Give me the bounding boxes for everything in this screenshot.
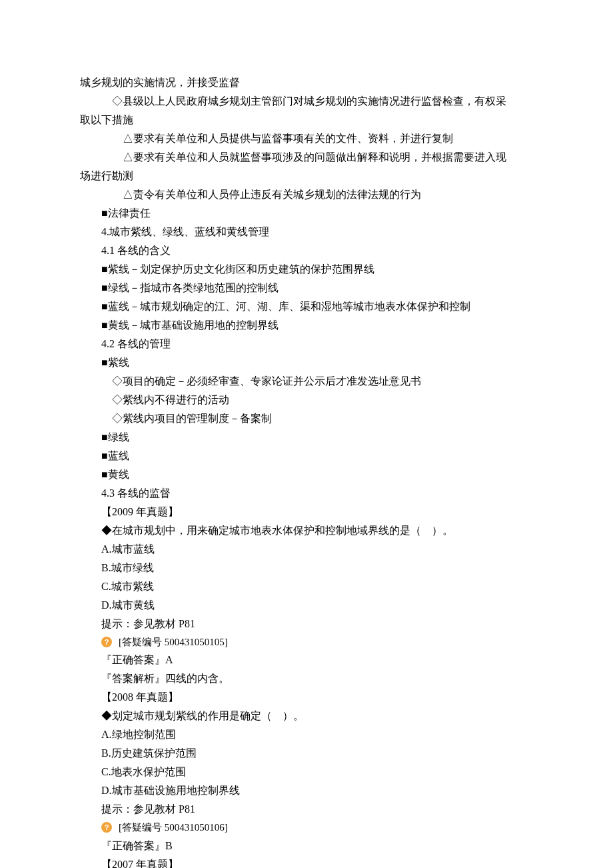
question-mark-icon: ? xyxy=(101,822,112,833)
text-line: ◆在城市规划中，用来确定城市地表水体保护和控制地域界线的是（ ）。 xyxy=(80,521,533,540)
text-line: B.历史建筑保护范围 xyxy=(80,744,533,763)
text-line: 『正确答案』A xyxy=(80,651,533,669)
text-line: △要求有关单位和人员就监督事项涉及的问题做出解释和说明，并根据需要进入现 xyxy=(80,148,533,167)
text-line: ■黄线 xyxy=(80,465,533,484)
document-body: 城乡规划的实施情况，并接受监督◇县级以上人民政府城乡规划主管部门对城乡规划的实施… xyxy=(80,73,533,868)
text-line: D.城市黄线 xyxy=(80,596,533,615)
text-line: ■绿线－指城市各类绿地范围的控制线 xyxy=(80,279,533,297)
answer-id-label: [答疑编号 500431050106] xyxy=(119,819,228,836)
text-line: ◆划定城市规划紫线的作用是确定（ ）。 xyxy=(80,707,533,725)
text-line: 取以下措施 xyxy=(80,111,533,129)
text-line: ■紫线 xyxy=(80,353,533,372)
text-line: △责令有关单位和人员停止违反有关城乡规划的法律法规的行为 xyxy=(80,185,533,204)
text-line: 『正确答案』B xyxy=(80,837,533,855)
text-line: 4.1 各线的含义 xyxy=(80,241,533,260)
text-line: ◇县级以上人民政府城乡规划主管部门对城乡规划的实施情况进行监督检查，有权采 xyxy=(80,92,533,111)
text-line: ■法律责任 xyxy=(80,204,533,223)
text-line: C.城市紫线 xyxy=(80,577,533,596)
text-line: 提示：参见教材 P81 xyxy=(80,615,533,633)
text-line: ■蓝线 xyxy=(80,447,533,465)
text-line: A.城市蓝线 xyxy=(80,540,533,559)
text-line: C.地表水保护范围 xyxy=(80,763,533,781)
text-line: 【2007 年真题】 xyxy=(80,855,533,869)
question-mark-icon: ? xyxy=(101,637,112,647)
text-line: ■蓝线－城市规划确定的江、河、湖、库、渠和湿地等城市地表水体保护和控制 xyxy=(80,297,533,316)
text-line: 提示：参见教材 P81 xyxy=(80,800,533,819)
text-line: D.城市基础设施用地控制界线 xyxy=(80,781,533,800)
text-line: ◇项目的确定－必须经审查、专家论证并公示后才准发选址意见书 xyxy=(80,372,533,391)
text-line: 【2009 年真题】 xyxy=(80,503,533,521)
text-line: 4.城市紫线、绿线、蓝线和黄线管理 xyxy=(80,223,533,241)
text-line: ◇紫线内不得进行的活动 xyxy=(80,391,533,409)
text-line: ■黄线－城市基础设施用地的控制界线 xyxy=(80,316,533,335)
text-line: 『答案解析』四线的内含。 xyxy=(80,669,533,688)
text-line: △要求有关单位和人员提供与监督事项有关的文件、资料，并进行复制 xyxy=(80,129,533,148)
text-line: ?[答疑编号 500431050106] xyxy=(80,819,533,836)
text-line: ?[答疑编号 500431050105] xyxy=(80,633,533,651)
text-line: 城乡规划的实施情况，并接受监督 xyxy=(80,73,533,92)
text-line: ■绿线 xyxy=(80,428,533,447)
text-line: B.城市绿线 xyxy=(80,559,533,577)
text-line: ■紫线－划定保护历史文化街区和历史建筑的保护范围界线 xyxy=(80,260,533,279)
answer-id-label: [答疑编号 500431050105] xyxy=(119,633,228,651)
text-line: 【2008 年真题】 xyxy=(80,688,533,707)
text-line: 场进行勘测 xyxy=(80,167,533,185)
text-line: A.绿地控制范围 xyxy=(80,725,533,744)
text-line: ◇紫线内项目的管理制度－备案制 xyxy=(80,409,533,428)
text-line: 4.2 各线的管理 xyxy=(80,335,533,353)
text-line: 4.3 各线的监督 xyxy=(80,484,533,503)
